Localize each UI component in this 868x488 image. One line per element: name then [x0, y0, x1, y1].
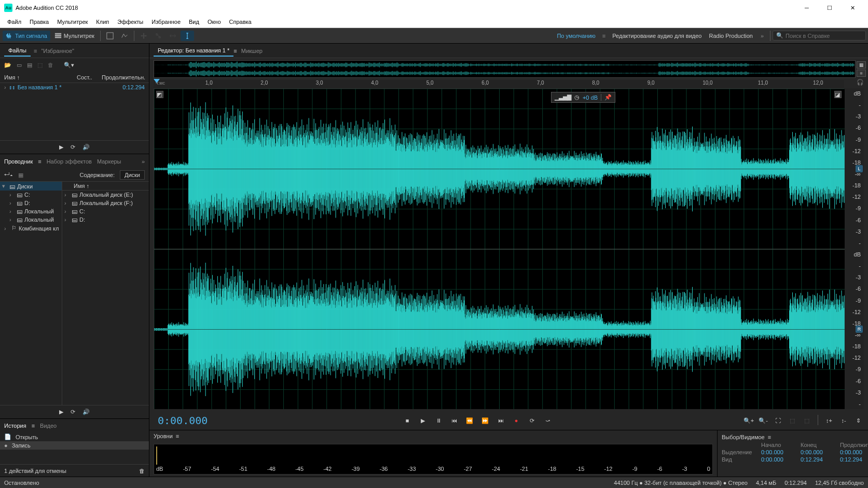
list-item[interactable]: ›🖴D: [62, 215, 149, 224]
tab-mixer[interactable]: Микшер [237, 46, 267, 56]
menu-effects[interactable]: Эффекты [113, 17, 147, 26]
sel-end-value[interactable]: 0:00.000 [801, 449, 837, 455]
sel-start-value[interactable]: 0:00.000 [761, 449, 797, 455]
tree-item[interactable]: ▾🖴Диски [0, 182, 62, 191]
slip-tool-button[interactable] [166, 31, 180, 41]
menu-clip[interactable]: Клип [92, 17, 113, 26]
filter-icon[interactable]: 🔍▾ [64, 62, 74, 69]
zoom-selection-button[interactable]: ⬚ [787, 415, 798, 426]
skip-end-button[interactable]: ⏭ [495, 415, 506, 426]
workspace-default-button[interactable]: По умолчанию [554, 31, 598, 40]
tab-markers[interactable]: Маркеры [97, 158, 121, 165]
window-minimize-button[interactable]: ─ [795, 1, 818, 15]
pin-icon[interactable]: 📌 [601, 94, 612, 101]
loop-button[interactable]: ⟳ [526, 415, 538, 426]
zoom-out-button[interactable]: 🔍- [757, 415, 769, 426]
zoom-in-button[interactable]: 🔍+ [743, 415, 754, 426]
workspace-video-button[interactable]: Редактирование аудио для видео [609, 31, 705, 40]
up-folder-icon[interactable]: ⮠▴ [4, 172, 13, 178]
menu-favorites[interactable]: Избранное [147, 17, 185, 26]
spectral-pitch-button[interactable] [118, 31, 131, 41]
list-header[interactable]: Имя ↑ [62, 182, 149, 191]
overview-view-button[interactable]: ▦ [857, 61, 866, 69]
panel-menu-icon[interactable]: ≡ [38, 158, 41, 165]
tab-editor[interactable]: Редактор: Без названия 1 * [154, 45, 233, 57]
volume-hud[interactable]: ▁▃▅▇ ◷ +0 dB 📌 [551, 92, 615, 103]
history-item[interactable]: ●Запись [0, 441, 149, 450]
trash-icon[interactable]: 🗑 [48, 62, 53, 68]
import-icon[interactable]: ⬚ [37, 62, 43, 69]
new-multitrack-icon[interactable]: ▤ [27, 62, 32, 69]
tree-item[interactable]: ›🖴C: [0, 191, 62, 199]
tree-item[interactable]: ›⚐Комбинация кл [0, 224, 62, 233]
tab-history[interactable]: История [4, 423, 26, 429]
autoplay-icon[interactable]: 🔊 [82, 409, 90, 415]
view-end-value[interactable]: 0:12.294 [801, 456, 837, 463]
play-icon[interactable]: ▶ [59, 409, 63, 415]
razor-tool-button[interactable] [151, 31, 165, 41]
zoom-reset-amp-button[interactable]: ⇕ [852, 415, 864, 426]
view-start-value[interactable]: 0:00.000 [761, 456, 797, 463]
play-icon[interactable]: ▶ [59, 144, 63, 151]
menu-icon[interactable]: ≡ [602, 33, 605, 39]
move-tool-button[interactable] [137, 31, 150, 41]
files-col-state[interactable]: Сост.. [77, 74, 102, 80]
overview-settings-button[interactable]: ≡ [857, 70, 866, 77]
tree-item[interactable]: ›🖴Локальный [0, 207, 62, 215]
timecode-display[interactable]: 0:00.000 [154, 414, 212, 427]
sel-dur-value[interactable]: 0:00.000 [840, 449, 868, 455]
multitrack-view-button[interactable]: Мультитрек [51, 31, 98, 41]
skip-start-button[interactable]: ⏮ [448, 415, 460, 426]
rewind-button[interactable]: ⏪ [464, 415, 475, 426]
menu-help[interactable]: Справка [225, 17, 256, 26]
files-col-duration[interactable]: Продолжительн. [102, 74, 145, 80]
tab-video[interactable]: Видео [40, 423, 57, 429]
waveform-editor[interactable]: ◩ ◪ ▁▃▅▇ ◷ +0 dB 📌 dB--3-6-9-12-18-∞-18-… [154, 88, 864, 409]
autoplay-icon[interactable]: 🔊 [82, 144, 90, 151]
open-file-icon[interactable]: 📂 [4, 62, 11, 69]
overview-waveform[interactable] [154, 60, 856, 78]
help-search-input[interactable] [786, 33, 862, 39]
channel-r-toggle[interactable]: ◪ [834, 91, 842, 98]
time-select-tool-button[interactable] [181, 31, 194, 41]
menu-file[interactable]: Файл [3, 17, 25, 26]
zoom-in-point-button[interactable]: ⬚ [801, 415, 812, 426]
skip-selection-button[interactable]: ⤻ [542, 415, 553, 426]
panel-menu-icon[interactable]: ≡ [176, 433, 179, 439]
waveform-view-button[interactable]: Тип сигнала [3, 31, 50, 41]
play-button[interactable]: ▶ [417, 415, 429, 426]
file-row[interactable]: › ⫾⫾ Без названия 1 * 0:12.294 [0, 83, 149, 91]
timeline-ruler[interactable]: ч:мс 1,0 2,0 3,0 4,0 5,0 6,0 7,0 8,0 9,0… [154, 80, 844, 88]
headphones-icon[interactable]: 🎧 [857, 79, 864, 86]
list-item[interactable]: ›🖴C: [62, 207, 149, 215]
workspace-radio-button[interactable]: Radio Production [706, 31, 755, 40]
history-item[interactable]: 📄Открыть [0, 432, 149, 441]
loop-icon[interactable]: ⟳ [71, 144, 75, 151]
list-item[interactable]: ›🖴Локальный диск (E:) [62, 191, 149, 199]
content-select[interactable]: Диски [120, 170, 145, 180]
tab-favorites[interactable]: "Избранное" [37, 46, 78, 56]
spectral-freq-button[interactable] [103, 31, 117, 41]
panel-menu-icon[interactable]: ≡ [32, 423, 35, 429]
trash-icon[interactable]: 🗑 [139, 468, 145, 474]
help-search[interactable]: 🔍 [773, 31, 866, 40]
menu-view[interactable]: Вид [185, 17, 203, 26]
panel-menu-icon[interactable]: ≡ [768, 434, 771, 440]
zoom-full-button[interactable]: ⛶ [772, 415, 783, 426]
tab-effects-rack[interactable]: Набор эффектов [47, 158, 92, 165]
tree-item[interactable]: ›🖴Локальный [0, 215, 62, 224]
menu-multitrack[interactable]: Мультитрек [53, 17, 92, 26]
loop-icon[interactable]: ⟳ [71, 409, 75, 415]
tab-files[interactable]: Файлы [4, 45, 31, 57]
list-item[interactable]: ›🖴Локальный диск (F:) [62, 199, 149, 207]
new-file-icon[interactable]: ▭ [17, 62, 22, 69]
forward-button[interactable]: ⏩ [479, 415, 491, 426]
zoom-out-amp-button[interactable]: ↕- [838, 415, 849, 426]
menu-edit[interactable]: Правка [25, 17, 53, 26]
tab-explorer[interactable]: Проводник [4, 158, 33, 165]
files-col-name[interactable]: Имя ↑ [4, 74, 77, 80]
channel-l-toggle[interactable]: ◩ [156, 91, 163, 98]
pause-button[interactable]: ⏸ [433, 415, 444, 426]
chevron-right-icon[interactable]: » [761, 33, 764, 39]
view-dur-value[interactable]: 0:12.294 [840, 456, 868, 463]
